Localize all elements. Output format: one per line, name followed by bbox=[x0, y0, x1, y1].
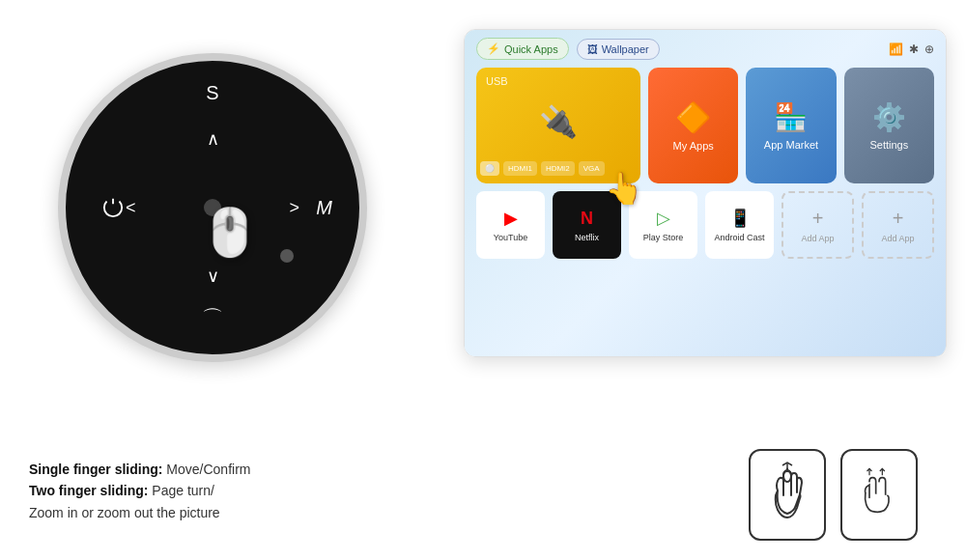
single-finger-desc: Move/Confirm bbox=[166, 462, 250, 477]
add-app-1-label: Add App bbox=[801, 234, 834, 243]
source-circle-icon: ⚪ bbox=[485, 164, 495, 173]
single-finger-label: Single finger sliding: bbox=[29, 462, 162, 477]
playstore-icon: ▷ bbox=[657, 208, 670, 229]
two-finger-gesture-icon bbox=[855, 462, 903, 529]
tab-quick-apps-label: Quick Apps bbox=[504, 43, 558, 55]
tv-background: ⚡ Quick Apps 🖼 Wallpaper 📶 ✱ ⊕ USB 🔌 bbox=[465, 30, 946, 356]
gesture-icons bbox=[749, 449, 937, 541]
instruction-line-1: Single finger sliding: Move/Confirm bbox=[29, 459, 729, 480]
netflix-icon: N bbox=[581, 209, 593, 229]
wallpaper-icon: 🖼 bbox=[587, 43, 598, 55]
settings-icon: ⚙️ bbox=[872, 101, 906, 133]
bluetooth-icon: ✱ bbox=[909, 42, 919, 56]
small-dot-button[interactable] bbox=[280, 249, 294, 263]
vga-label: VGA bbox=[583, 164, 600, 173]
tv-apps-row1: USB 🔌 ⚪ HDMI1 HDMI2 bbox=[476, 68, 934, 183]
remote-section: S ∧ < > M ∨ ⌒ 🖱️ bbox=[29, 29, 396, 386]
remote-circle: S ∧ < > M ∨ ⌒ 🖱️ bbox=[58, 53, 367, 362]
cursor-hand-icon: 🖱️ bbox=[201, 206, 259, 260]
source-btn-vga[interactable]: VGA bbox=[579, 161, 605, 176]
youtube-icon: ▶ bbox=[504, 208, 518, 229]
add-icon-2: + bbox=[893, 208, 904, 230]
two-finger-gesture-box bbox=[840, 449, 918, 541]
usb-card-label: USB bbox=[486, 75, 508, 87]
androidcast-label: Android Cast bbox=[714, 233, 764, 242]
tv-cursor-icon: 👆 bbox=[605, 170, 643, 207]
power-icon[interactable] bbox=[102, 197, 124, 218]
btn-m-label[interactable]: M bbox=[316, 197, 332, 219]
wifi-icon: 📶 bbox=[889, 42, 903, 56]
btn-s-label[interactable]: S bbox=[206, 82, 218, 104]
youtube-label: YouTube bbox=[494, 233, 527, 242]
tab-wallpaper[interactable]: 🖼 Wallpaper bbox=[577, 39, 660, 60]
settings-label: Settings bbox=[869, 139, 908, 151]
tv-header: ⚡ Quick Apps 🖼 Wallpaper 📶 ✱ ⊕ bbox=[465, 30, 946, 68]
myapps-icon: 🔶 bbox=[675, 100, 711, 134]
netflix-label: Netflix bbox=[575, 233, 599, 242]
app-card-add-2[interactable]: + Add App bbox=[862, 191, 934, 259]
btn-back-label[interactable]: ⌒ bbox=[202, 304, 223, 333]
quick-apps-icon: ⚡ bbox=[487, 42, 500, 55]
app-card-myapps[interactable]: 🔶 My Apps bbox=[648, 68, 738, 183]
instruction-line-2: Two finger sliding: Page turn/Zoom in or… bbox=[29, 480, 729, 523]
app-card-androidcast[interactable]: 📱 Android Cast bbox=[705, 191, 774, 259]
usb-status-icon: ⊕ bbox=[924, 42, 934, 56]
source-btn-hdmi2[interactable]: HDMI2 bbox=[541, 161, 575, 176]
app-card-youtube[interactable]: ▶ YouTube bbox=[476, 191, 545, 259]
myapps-label: My Apps bbox=[673, 140, 714, 152]
btn-down-label[interactable]: ∨ bbox=[207, 266, 219, 287]
instructions-block: Single finger sliding: Move/Confirm Two … bbox=[29, 449, 729, 523]
source-buttons: ⚪ HDMI1 HDMI2 VGA bbox=[480, 161, 605, 176]
app-card-usb[interactable]: USB 🔌 ⚪ HDMI1 HDMI2 bbox=[476, 68, 640, 183]
app-card-market[interactable]: 🏪 App Market bbox=[746, 68, 836, 183]
tv-apps-grid: USB 🔌 ⚪ HDMI1 HDMI2 bbox=[465, 68, 946, 268]
btn-right-label[interactable]: > bbox=[289, 198, 299, 218]
usb-main-icon: 🔌 bbox=[539, 103, 578, 140]
app-card-settings[interactable]: ⚙️ Settings bbox=[844, 68, 934, 183]
market-label: App Market bbox=[764, 139, 818, 151]
single-finger-gesture-box bbox=[749, 449, 826, 541]
tv-screen: ⚡ Quick Apps 🖼 Wallpaper 📶 ✱ ⊕ USB 🔌 bbox=[464, 29, 947, 357]
tv-apps-row2: ▶ YouTube N Netflix ▷ Play Store 📱 Andro… bbox=[476, 191, 934, 259]
source-btn-active[interactable]: ⚪ bbox=[480, 161, 499, 176]
add-icon-1: + bbox=[812, 208, 824, 230]
hdmi2-label: HDMI2 bbox=[546, 164, 570, 173]
source-btn-hdmi1[interactable]: HDMI1 bbox=[503, 161, 537, 176]
playstore-label: Play Store bbox=[643, 233, 684, 242]
tab-quick-apps[interactable]: ⚡ Quick Apps bbox=[476, 38, 569, 60]
app-card-add-1[interactable]: + Add App bbox=[781, 191, 854, 259]
single-finger-gesture-icon bbox=[763, 462, 811, 529]
btn-left-label[interactable]: < bbox=[126, 198, 136, 218]
market-icon: 🏪 bbox=[774, 101, 808, 133]
tab-wallpaper-label: Wallpaper bbox=[602, 43, 649, 55]
btn-up-label[interactable]: ∧ bbox=[207, 128, 219, 150]
androidcast-icon: 📱 bbox=[729, 208, 751, 229]
tv-status-icons: 📶 ✱ ⊕ bbox=[889, 42, 934, 56]
add-app-2-label: Add App bbox=[881, 234, 914, 243]
bottom-section: Single finger sliding: Move/Confirm Two … bbox=[29, 449, 937, 541]
hdmi1-label: HDMI1 bbox=[508, 164, 532, 173]
two-finger-label: Two finger sliding: bbox=[29, 483, 148, 498]
